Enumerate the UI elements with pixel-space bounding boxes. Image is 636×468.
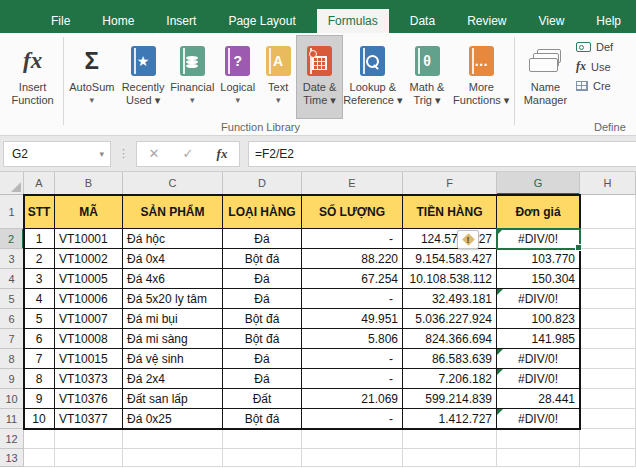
cell-san-pham[interactable]: Đá hộc: [123, 229, 223, 249]
column-header-e[interactable]: E: [302, 172, 403, 195]
column-header-h[interactable]: H: [580, 172, 636, 195]
formula-input[interactable]: =F2/E2: [248, 141, 636, 167]
cell-loai-hang[interactable]: Bột đá: [223, 249, 302, 269]
cell-loai-hang[interactable]: Đá: [223, 349, 302, 369]
more-functions-button[interactable]: … More Functions ▾: [451, 36, 512, 118]
cell-tien-hang[interactable]: 1.412.727: [403, 409, 497, 429]
cancel-icon[interactable]: ✕: [149, 146, 160, 161]
cell-ma[interactable]: VT10015: [55, 349, 123, 369]
column-header-g-selected[interactable]: G: [497, 172, 580, 195]
error-options-button[interactable]: !: [457, 230, 479, 249]
cell-stt[interactable]: 8: [24, 369, 55, 389]
empty-cell[interactable]: [580, 309, 636, 329]
column-header-a[interactable]: A: [24, 172, 55, 195]
cell-ma[interactable]: VT10002: [55, 249, 123, 269]
header-don-gia[interactable]: Đơn giá: [497, 195, 580, 229]
logical-button[interactable]: ? Logical ▾: [216, 36, 259, 118]
cell-ma[interactable]: VT10001: [55, 229, 123, 249]
empty-cell[interactable]: [580, 289, 636, 309]
row-header-1[interactable]: 1: [0, 195, 24, 229]
empty-cell[interactable]: [403, 449, 497, 467]
cell-stt[interactable]: 3: [24, 269, 55, 289]
cell-tien-hang[interactable]: 824.366.694: [403, 329, 497, 349]
cell-tien-hang-partially-covered[interactable]: 124.5727: [403, 229, 497, 249]
tab-file[interactable]: File: [40, 9, 81, 33]
cell-stt[interactable]: 7: [24, 349, 55, 369]
cell-stt[interactable]: 5: [24, 309, 55, 329]
empty-cell[interactable]: [123, 429, 223, 449]
row-header-5[interactable]: 5: [0, 289, 24, 309]
cell-stt[interactable]: 10: [24, 409, 55, 429]
insert-function-fx-icon[interactable]: fx: [217, 146, 228, 162]
cell-so-luong[interactable]: 5.806: [302, 329, 403, 349]
empty-cell[interactable]: [580, 409, 636, 429]
row-header-6[interactable]: 6: [0, 309, 24, 329]
enter-icon[interactable]: ✓: [183, 146, 194, 161]
cell-loai-hang[interactable]: Bột đá: [223, 409, 302, 429]
cell-tien-hang[interactable]: 9.154.583.427: [403, 249, 497, 269]
cell-stt[interactable]: 4: [24, 289, 55, 309]
column-header-c[interactable]: C: [123, 172, 223, 195]
autosum-button[interactable]: Σ AutoSum ▾: [66, 36, 117, 118]
cell-don-gia[interactable]: 100.823: [497, 309, 580, 329]
insert-function-button[interactable]: fx Insert Function: [4, 36, 61, 118]
cell-tien-hang[interactable]: 86.583.639: [403, 349, 497, 369]
empty-cell[interactable]: [55, 429, 123, 449]
cell-san-pham[interactable]: Đất san lấp: [123, 389, 223, 409]
cell-so-luong[interactable]: -: [302, 289, 403, 309]
cell-stt[interactable]: 6: [24, 329, 55, 349]
tab-review[interactable]: Review: [456, 9, 517, 33]
header-san-pham[interactable]: SẢN PHẨM: [123, 195, 223, 229]
row-header-10[interactable]: 10: [0, 389, 24, 409]
cell-san-pham[interactable]: Đá 5x20 ly tâm: [123, 289, 223, 309]
empty-cell[interactable]: [24, 449, 55, 467]
empty-cell[interactable]: [497, 449, 580, 467]
cell-so-luong[interactable]: 88.220: [302, 249, 403, 269]
column-header-d[interactable]: D: [223, 172, 302, 195]
select-all-button[interactable]: [0, 172, 24, 195]
text-dropdown-arrow[interactable]: ▾: [276, 94, 281, 107]
empty-cell[interactable]: [497, 429, 580, 449]
define-name-button[interactable]: Def: [576, 41, 636, 53]
cell-tien-hang[interactable]: 599.214.839: [403, 389, 497, 409]
empty-cell[interactable]: [580, 249, 636, 269]
cell-don-gia[interactable]: 150.304: [497, 269, 580, 289]
header-stt[interactable]: STT: [24, 195, 55, 229]
cell-so-luong[interactable]: 21.069: [302, 389, 403, 409]
empty-cell[interactable]: [403, 429, 497, 449]
column-header-f[interactable]: F: [403, 172, 497, 195]
cell-ma[interactable]: VT10377: [55, 409, 123, 429]
empty-cell[interactable]: [580, 429, 636, 449]
cell-loai-hang[interactable]: Đá: [223, 229, 302, 249]
header-ma[interactable]: MÃ: [55, 195, 123, 229]
tab-data[interactable]: Data: [399, 9, 446, 33]
row-header-12[interactable]: 12: [0, 429, 24, 449]
cell-don-gia[interactable]: 28.441: [497, 389, 580, 409]
row-header-3[interactable]: 3: [0, 249, 24, 269]
cell-ma[interactable]: VT10006: [55, 289, 123, 309]
cell-ma[interactable]: VT10005: [55, 269, 123, 289]
cell-tien-hang[interactable]: 10.108.538.112: [403, 269, 497, 289]
formula-bar-splitter[interactable]: ⋮: [118, 147, 129, 160]
empty-cell[interactable]: [223, 449, 302, 467]
row-header-13[interactable]: 13: [0, 449, 24, 467]
cell-so-luong[interactable]: 49.951: [302, 309, 403, 329]
cell-san-pham[interactable]: Đá 2x4: [123, 369, 223, 389]
empty-cell[interactable]: [302, 449, 403, 467]
cell-don-gia-selected-error[interactable]: #DIV/0!: [497, 229, 580, 249]
name-box[interactable]: G2 ▾: [3, 141, 111, 167]
cell-so-luong[interactable]: 67.254: [302, 269, 403, 289]
header-loai-hang[interactable]: LOẠI HÀNG: [223, 195, 302, 229]
cell-so-luong[interactable]: -: [302, 409, 403, 429]
cell-loai-hang[interactable]: Đá: [223, 369, 302, 389]
autosum-dropdown-arrow[interactable]: ▾: [90, 94, 95, 107]
create-from-selection-button[interactable]: Cre: [576, 80, 636, 92]
empty-cell[interactable]: [580, 449, 636, 467]
financial-button[interactable]: Financial ▾: [169, 36, 216, 118]
cell-san-pham[interactable]: Đá mi bụi: [123, 309, 223, 329]
logical-dropdown-arrow[interactable]: ▾: [235, 94, 240, 107]
cell-loai-hang[interactable]: Đá: [223, 289, 302, 309]
name-manager-button[interactable]: Name Manager: [517, 36, 574, 118]
cell-ma[interactable]: VT10008: [55, 329, 123, 349]
cell-stt[interactable]: 1: [24, 229, 55, 249]
